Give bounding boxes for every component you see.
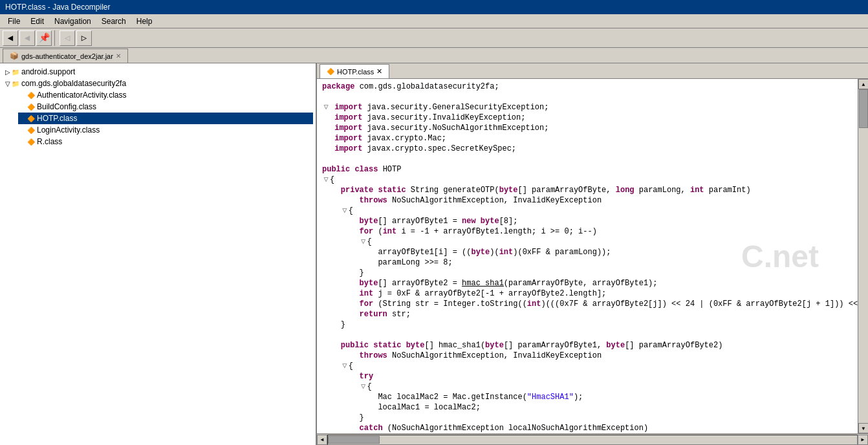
right-panel: 🔶 HOTP.class ✕ C.net package com.gds.glo… xyxy=(317,63,868,445)
nav-forward-button[interactable]: ▷ xyxy=(76,30,92,46)
android-support-label: android.support xyxy=(21,67,75,76)
collapse-try[interactable]: ▽ xyxy=(360,382,367,392)
collapse-for1[interactable]: ▽ xyxy=(360,237,367,247)
code-line-throws2: throws NoSuchAlgorithmException, Invalid… xyxy=(322,351,858,361)
code-line-method2-open: ▽{ xyxy=(322,361,858,371)
vertical-scrollbar[interactable]: ▲ ▼ xyxy=(858,79,868,433)
code-line-throws1: throws NoSuchAlgorithmException, Invalid… xyxy=(322,195,858,206)
code-area[interactable]: C.net package com.gds.globaldatasecurity… xyxy=(317,79,858,433)
code-line-try: try xyxy=(322,371,858,382)
toolbar: ◀ ◀ 📌 ◁ ▷ xyxy=(0,28,868,48)
editor-tab-close[interactable]: ✕ xyxy=(376,67,382,76)
jar-tab-close[interactable]: ✕ xyxy=(116,52,121,60)
code-line-blank1 xyxy=(322,92,858,102)
editor-tab-label: HOTP.class xyxy=(337,68,374,76)
back-button[interactable]: ◀ xyxy=(3,30,18,46)
code-line-catch: catch (NoSuchAlgorithmException localNoS… xyxy=(322,423,858,433)
code-line-int-j: int j = 0xF & arrayOfByte2[-1 + arrayOfB… xyxy=(322,288,858,299)
code-line-package: package com.gds.globaldatasecurity2fa; xyxy=(322,81,858,92)
menu-edit[interactable]: Edit xyxy=(25,16,49,27)
tree-item-buildconfig[interactable]: 🔶 BuildConfig.class xyxy=(18,101,313,113)
code-line-blank2 xyxy=(322,154,858,164)
menu-file[interactable]: File xyxy=(3,16,25,27)
top-tab-bar: 📦 gds-authenticator_dex2jar.jar ✕ xyxy=(0,48,868,63)
title-bar: HOTP.class - Java Decompiler xyxy=(0,0,868,14)
collapse-method2[interactable]: ▽ xyxy=(341,361,349,371)
code-line-for2: for (String str = Integer.toString((int)… xyxy=(322,299,858,309)
scroll-thumb[interactable] xyxy=(859,89,868,128)
menu-help[interactable]: Help xyxy=(131,16,158,27)
expander-hotp xyxy=(19,115,27,122)
editor-tab-bar: 🔶 HOTP.class ✕ xyxy=(317,63,868,79)
class-icon-authenticator: 🔶 xyxy=(27,92,35,99)
pin-button[interactable]: 📌 xyxy=(36,30,52,46)
collapse-method1[interactable]: ▽ xyxy=(341,206,349,216)
code-content: package com.gds.globaldatasecurity2fa; ▽… xyxy=(317,79,858,433)
editor-tab-icon: 🔶 xyxy=(327,68,334,75)
code-line-localmac1: localMac1 = localMac2; xyxy=(322,402,858,413)
code-line-for1: for (int i = -1 + arrayOfByte1.length; i… xyxy=(322,226,858,237)
code-line-method2: public static byte[] hmac_sha1(byte[] pa… xyxy=(322,340,858,351)
code-line-import5: import javax.crypto.spec.SecretKeySpec; xyxy=(322,144,858,154)
class-icon-hotp: 🔶 xyxy=(27,115,35,122)
collapse-class[interactable]: ▽ xyxy=(322,175,330,185)
code-line-try-open: ▽{ xyxy=(322,382,858,392)
title-text: HOTP.class - Java Decompiler xyxy=(5,3,111,12)
tree-item-authenticator-activity[interactable]: 🔶 AuthenticatorActivity.class xyxy=(18,89,313,101)
class-icon-r: 🔶 xyxy=(27,138,35,146)
code-line-import2: import java.security.InvalidKeyException… xyxy=(322,113,858,123)
menu-search[interactable]: Search xyxy=(96,16,131,27)
scroll-up-button[interactable]: ▲ xyxy=(858,79,868,89)
main-content: ▷ 📁 android.support ▽ 📁 com.gds.globalda… xyxy=(0,63,868,445)
tree-item-android-support[interactable]: ▷ 📁 android.support xyxy=(3,66,313,78)
code-wrapper: C.net package com.gds.globaldatasecurity… xyxy=(317,79,868,433)
h-scroll-thumb[interactable] xyxy=(328,436,380,444)
com-gds-label: com.gds.globaldatasecurity2fa xyxy=(21,79,126,88)
tree-item-com-gds[interactable]: ▽ 📁 com.gds.globaldatasecurity2fa xyxy=(3,78,313,89)
code-line-import4: import javax.crypto.Mac; xyxy=(322,133,858,144)
code-line-method1: private static String generateOTP(byte[]… xyxy=(322,185,858,195)
code-line-open-brace: ▽{ xyxy=(322,175,858,185)
expander-android-support[interactable]: ▷ xyxy=(4,69,12,76)
authenticator-activity-label: AuthenticatorActivity.class xyxy=(37,91,127,100)
package-icon-android: 📁 xyxy=(12,69,19,76)
tree-item-hotp[interactable]: 🔶 HOTP.class xyxy=(18,113,313,124)
expander-com-gds[interactable]: ▽ xyxy=(4,80,12,87)
r-class-label: R.class xyxy=(37,137,62,146)
loginactivity-label: LoginActivity.class xyxy=(37,125,100,135)
toolbar-separator xyxy=(54,30,57,46)
expander-buildconfig xyxy=(19,103,27,111)
left-panel: ▷ 📁 android.support ▽ 📁 com.gds.globalda… xyxy=(0,63,317,445)
code-line-return: return str; xyxy=(322,309,858,320)
code-line-class-decl: public class HOTP xyxy=(322,164,858,175)
nav-back-button[interactable]: ◁ xyxy=(60,30,75,46)
tree-item-loginactivity[interactable]: 🔶 LoginActivity.class xyxy=(18,124,313,136)
scroll-right-button[interactable]: ▶ xyxy=(858,435,868,445)
class-icon-buildconfig: 🔶 xyxy=(27,103,35,111)
file-tree[interactable]: ▷ 📁 android.support ▽ 📁 com.gds.globalda… xyxy=(0,63,316,445)
code-line-for-close: } xyxy=(322,268,858,278)
hotp-editor-tab[interactable]: 🔶 HOTP.class ✕ xyxy=(320,64,389,78)
expander-authenticator xyxy=(19,92,27,99)
scroll-track[interactable] xyxy=(858,89,868,423)
jar-tab[interactable]: 📦 gds-authenticator_dex2jar.jar ✕ xyxy=(3,49,128,63)
code-line-mac: Mac localMac2 = Mac.getInstance("HmacSHA… xyxy=(322,392,858,402)
menu-navigation[interactable]: Navigation xyxy=(49,16,96,27)
scroll-left-button[interactable]: ◀ xyxy=(317,435,327,445)
jar-tab-label: gds-authenticator_dex2jar.jar xyxy=(21,52,113,60)
collapse-imports[interactable]: ▽ xyxy=(322,102,330,113)
code-line-byte2: byte[] arrayOfByte2 = hmac_sha1(paramArr… xyxy=(322,278,858,288)
bottom-scrollbar-area[interactable]: ◀ ▶ xyxy=(317,433,868,445)
class-icon-loginactivity: 🔶 xyxy=(27,127,35,134)
code-line-for-open: ▽{ xyxy=(322,237,858,247)
tree-item-r-class[interactable]: 🔶 R.class xyxy=(18,136,313,147)
horizontal-scrollbar[interactable] xyxy=(327,435,858,445)
code-line-try-close: } xyxy=(322,413,858,423)
code-line-byte1: byte[] arrayOfByte1 = new byte[8]; xyxy=(322,216,858,226)
scroll-down-button[interactable]: ▼ xyxy=(858,423,868,433)
package-icon-com-gds: 📁 xyxy=(12,80,19,87)
expander-r-class xyxy=(19,138,27,146)
code-line-import1: ▽ import java.security.GeneralSecurityEx… xyxy=(322,102,858,113)
menu-bar: File Edit Navigation Search Help xyxy=(0,14,868,28)
code-line-blank3 xyxy=(322,330,858,340)
